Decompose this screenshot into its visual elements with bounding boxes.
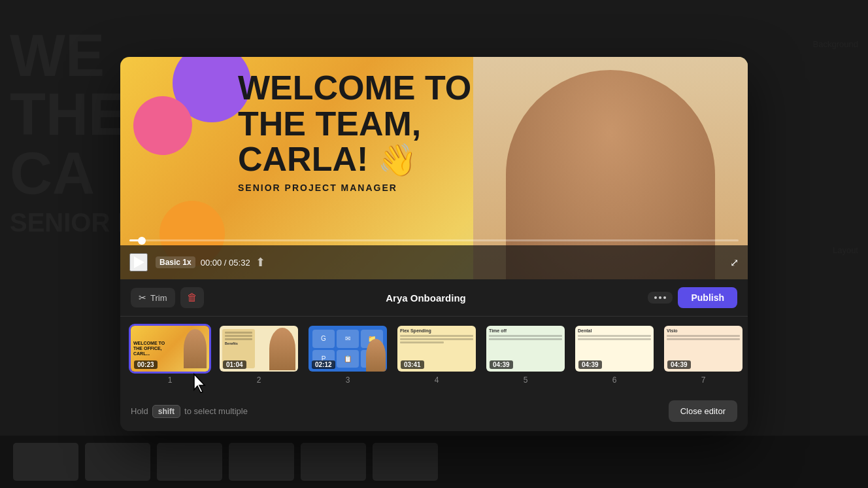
slide-item-7: Visio 04:39 7	[664, 326, 743, 385]
scissors-icon: ✂	[139, 292, 146, 303]
dot2	[659, 296, 661, 299]
thumb-6-line-2	[578, 338, 651, 340]
thumb-4-line-1	[400, 335, 473, 337]
slide-thumb-6[interactable]: Dental 04:39	[575, 326, 654, 372]
thumb-1-text: WELCOME TOTHE OFFICE,CARL...	[133, 341, 165, 356]
slide-thumb-7[interactable]: Visio 04:39	[664, 326, 743, 372]
trash-icon: 🗑	[187, 292, 197, 303]
thumb-4-line-3	[400, 341, 444, 343]
shift-hint: Hold shift to select multiple	[131, 405, 248, 418]
slide-2-duration: 01:04	[223, 360, 246, 369]
slide-item-1: WELCOME TOTHE OFFICE,CARL... 00:23 1	[131, 326, 209, 385]
thumb-6-lines	[578, 335, 651, 340]
slide-3-duration: 02:12	[312, 360, 335, 369]
slide-subtitle: SENIOR PROJECT MANAGER	[238, 183, 471, 193]
toolbar: ✂ Trim 🗑 Arya Onboarding Publish	[120, 279, 748, 317]
slide-thumb-4[interactable]: Flex Spending 03:41	[397, 326, 476, 372]
slide-1-duration: 00:23	[134, 360, 158, 369]
delete-button[interactable]: 🗑	[180, 287, 204, 308]
editor-title: Arya Onboarding	[209, 292, 643, 304]
bottom-bar: Hold shift to select multiple Close edit…	[120, 394, 748, 431]
thumb-2-label: Benefits	[225, 341, 252, 345]
wave-emoji: 👋	[378, 143, 417, 177]
close-editor-button[interactable]: Close editor	[669, 400, 737, 422]
upload-icon[interactable]: ⬆	[256, 255, 265, 270]
slide-3-number: 3	[346, 375, 350, 385]
blob-pink	[133, 96, 192, 155]
slide-4-number: 4	[435, 375, 439, 385]
thumb-3-person	[366, 339, 386, 372]
trim-button[interactable]: ✂ Trim	[131, 288, 175, 307]
thumb-3-icon-5: 📋	[337, 350, 359, 368]
to-select-text: to select multiple	[184, 406, 248, 416]
thumb-line-2	[225, 335, 252, 337]
hold-text: Hold	[131, 406, 148, 416]
slide-item-5: Time off 04:39 5	[486, 326, 565, 385]
slide-item-3: G ✉ 📁 P 📋 ⚙ 02:12 3	[309, 326, 387, 385]
slide-text-area: WELCOME TOTHE TEAM,CARLA! 👋 SENIOR PROJE…	[238, 70, 471, 193]
progress-bar-area[interactable]	[120, 239, 748, 241]
play-button[interactable]	[129, 253, 148, 271]
video-preview-area: WELCOME TOTHE TEAM,CARLA! 👋 SENIOR PROJE…	[120, 57, 748, 279]
progress-dot	[138, 237, 146, 245]
thumb-1-person	[184, 329, 207, 368]
thumb-line-1	[225, 332, 252, 334]
slide-6-number: 6	[612, 375, 617, 385]
slide-1-number: 1	[168, 375, 173, 385]
slide-item-2: Benefits 01:04 2	[220, 326, 298, 385]
thumb-5-line-2	[489, 338, 562, 340]
slide-thumb-1[interactable]: WELCOME TOTHE OFFICE,CARL... 00:23	[131, 326, 209, 372]
thumb-4-lines	[400, 335, 473, 343]
thumb-7-line-1	[667, 335, 740, 337]
slide-7-number: 7	[701, 375, 706, 385]
thumb-6-line-1	[578, 335, 651, 337]
thumb-2-person	[269, 328, 295, 370]
slide-5-duration: 04:39	[490, 360, 513, 369]
slide-title: WELCOME TOTHE TEAM,CARLA! 👋	[238, 70, 471, 177]
thumb-line-3	[225, 338, 252, 340]
progress-track[interactable]	[129, 239, 739, 241]
thumb-5-lines	[489, 335, 562, 340]
more-options-button[interactable]	[648, 292, 673, 304]
slide-5-number: 5	[524, 375, 528, 385]
speed-badge[interactable]: Basic 1x	[156, 256, 195, 268]
thumb-4-line-2	[400, 338, 473, 340]
slide-6-duration: 04:39	[578, 360, 602, 369]
modal-overlay: WELCOME TOTHE TEAM,CARLA! 👋 SENIOR PROJE…	[0, 0, 868, 488]
play-icon	[134, 256, 144, 268]
video-editor-modal: WELCOME TOTHE TEAM,CARLA! 👋 SENIOR PROJE…	[120, 57, 748, 431]
slide-2-number: 2	[257, 375, 261, 385]
slide-thumb-5[interactable]: Time off 04:39	[486, 326, 565, 372]
slide-item-6: Dental 04:39 6	[575, 326, 654, 385]
shift-key: shift	[152, 405, 180, 418]
thumb-3-icon-2: ✉	[337, 330, 359, 348]
thumb-7-line-2	[667, 338, 740, 340]
thumb-6-header: Dental	[578, 328, 651, 333]
fullscreen-button[interactable]: ⤢	[730, 256, 739, 269]
publish-button[interactable]: Publish	[678, 287, 737, 308]
video-controls: Basic 1x 00:00 / 05:32 ⬆ ⤢	[120, 245, 748, 279]
thumb-5-header: Time off	[489, 328, 562, 333]
dot1	[654, 296, 657, 299]
time-display: 00:00 / 05:32	[201, 258, 250, 268]
slide-item-4: Flex Spending 03:41 4	[397, 326, 476, 385]
slide-thumb-2[interactable]: Benefits 01:04	[220, 326, 298, 372]
slide-4-duration: 03:41	[401, 360, 424, 369]
slide-strip: WELCOME TOTHE OFFICE,CARL... 00:23 1	[120, 317, 748, 394]
slide-7-duration: 04:39	[667, 360, 691, 369]
thumb-4-header: Flex Spending	[400, 328, 473, 333]
thumb-5-line-1	[489, 335, 562, 337]
thumb-3-icon-1: G	[312, 330, 335, 348]
editor-bottom: ✂ Trim 🗑 Arya Onboarding Publish	[120, 279, 748, 431]
thumb-7-header: Visio	[667, 328, 740, 333]
thumb-7-lines	[667, 335, 740, 340]
dot3	[663, 296, 666, 299]
slide-thumb-3[interactable]: G ✉ 📁 P 📋 ⚙ 02:12	[309, 326, 387, 372]
video-meta: Basic 1x 00:00 / 05:32 ⬆	[156, 255, 722, 270]
